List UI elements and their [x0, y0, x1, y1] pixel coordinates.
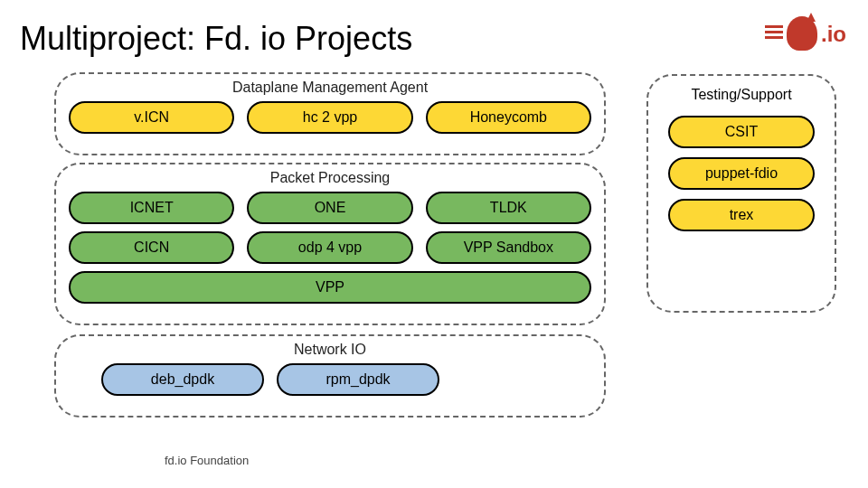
group-title-dma: Dataplane Management Agent [69, 80, 591, 96]
project-csit: CSIT [668, 116, 815, 148]
project-odp4vpp: odp 4 vpp [247, 231, 412, 264]
project-vpp: VPP [69, 271, 591, 304]
project-trex: trex [668, 199, 815, 231]
project-vpp-sandbox: VPP Sandbox [426, 231, 591, 264]
group-packet-processing: Packet Processing ICNET ONE TLDK CICN od… [54, 163, 606, 325]
project-honeycomb: Honeycomb [426, 101, 591, 134]
group-testing-support: Testing/Support CSIT puppet-fdio trex [646, 74, 836, 313]
group-title-ts: Testing/Support [661, 87, 822, 103]
group-network-io: Network IO deb_dpdk rpm_dpdk [54, 334, 606, 418]
fdio-logo: .io [765, 16, 846, 52]
project-icnet: ICNET [69, 192, 234, 224]
project-vicn: v.ICN [69, 101, 234, 134]
project-rpm-dpdk: rpm_dpdk [277, 363, 439, 396]
project-hc2vpp: hc 2 vpp [247, 101, 412, 134]
project-one: ONE [247, 192, 412, 224]
logo-text: .io [821, 22, 846, 47]
project-puppet-fdio: puppet-fdio [668, 157, 815, 190]
group-dataplane-management-agent: Dataplane Management Agent v.ICN hc 2 vp… [54, 72, 606, 155]
project-tldk: TLDK [426, 192, 591, 224]
project-cicn: CICN [69, 231, 234, 264]
project-deb-dpdk: deb_dpdk [101, 363, 264, 396]
footer-text: fd.io Foundation [165, 454, 249, 467]
page-title: Multiproject: Fd. io Projects [20, 20, 412, 58]
group-title-pp: Packet Processing [69, 170, 591, 186]
fox-icon [765, 16, 817, 52]
group-title-nio: Network IO [69, 342, 591, 358]
